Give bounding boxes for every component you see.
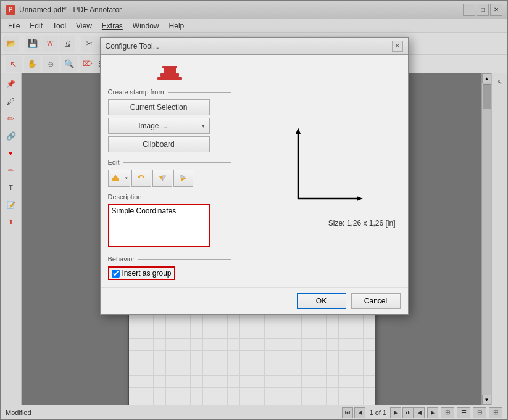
dialog-left-panel: Create stamp from Current Selection Imag… — [108, 62, 231, 280]
main-window: P Unnamed.pdf* - PDF Annotator — □ ✕ Fil… — [0, 0, 508, 420]
edit-color-btn-group: ▾ — [108, 170, 130, 187]
behavior-section-label: Behavior — [108, 255, 231, 263]
cancel-button[interactable]: Cancel — [351, 293, 401, 309]
svg-marker-15 — [357, 196, 363, 201]
insert-as-group-checkbox-wrap: Insert as group — [108, 266, 175, 280]
svg-marker-6 — [159, 176, 162, 181]
edit-buttons: ▾ — [108, 170, 231, 187]
dialog-title: Configure Tool... — [106, 42, 392, 51]
dialog-right-panel: Size: 1,26 x 1,26 [in] — [239, 62, 401, 280]
image-dropdown-arrow[interactable]: ▾ — [198, 118, 210, 134]
image-button-group: Image ... ▾ — [108, 118, 210, 134]
svg-marker-13 — [296, 128, 301, 134]
dialog-footer: OK Cancel — [101, 287, 408, 314]
configure-tool-dialog: Configure Tool... ✕ — [100, 37, 409, 315]
ok-button[interactable]: OK — [297, 293, 346, 309]
insert-as-group-checkbox[interactable] — [112, 270, 120, 278]
edit-flip-h-btn[interactable] — [152, 170, 172, 187]
insert-as-group-label: Insert as group — [122, 269, 172, 278]
description-section-label: Description — [108, 193, 231, 200]
size-info: Size: 1,26 x 1,26 [in] — [328, 219, 396, 228]
dialog-overlay: Configure Tool... ✕ — [0, 0, 508, 420]
edit-color-button[interactable] — [108, 170, 123, 187]
edit-color-dropdown-arrow[interactable]: ▾ — [123, 170, 130, 187]
current-selection-button[interactable]: Current Selection — [108, 99, 210, 115]
svg-marker-8 — [162, 176, 166, 181]
edit-rotate-btn[interactable] — [131, 170, 151, 187]
behavior-section: Behavior Insert as group — [108, 255, 231, 280]
coordinate-axes-preview — [273, 118, 366, 211]
svg-rect-0 — [160, 73, 179, 77]
description-section: Description — [108, 193, 231, 249]
dialog-body: Create stamp from Current Selection Imag… — [101, 55, 408, 287]
svg-rect-2 — [162, 66, 177, 68]
dialog-close-button[interactable]: ✕ — [392, 41, 403, 52]
description-textarea[interactable] — [108, 204, 210, 247]
stamp-icon — [157, 62, 182, 82]
image-button[interactable]: Image ... — [108, 118, 198, 134]
edit-flip-v-btn[interactable] — [173, 170, 193, 187]
svg-marker-11 — [181, 178, 186, 182]
preview-area — [270, 115, 369, 214]
clipboard-button[interactable]: Clipboard — [108, 136, 210, 152]
edit-section-label: Edit — [108, 159, 231, 166]
dialog-title-bar: Configure Tool... ✕ — [101, 38, 408, 55]
edit-section: Edit ▾ — [108, 159, 231, 187]
svg-marker-9 — [181, 175, 186, 178]
svg-rect-4 — [112, 179, 119, 181]
svg-rect-3 — [157, 77, 182, 80]
create-stamp-section-label: Create stamp from — [108, 88, 231, 96]
